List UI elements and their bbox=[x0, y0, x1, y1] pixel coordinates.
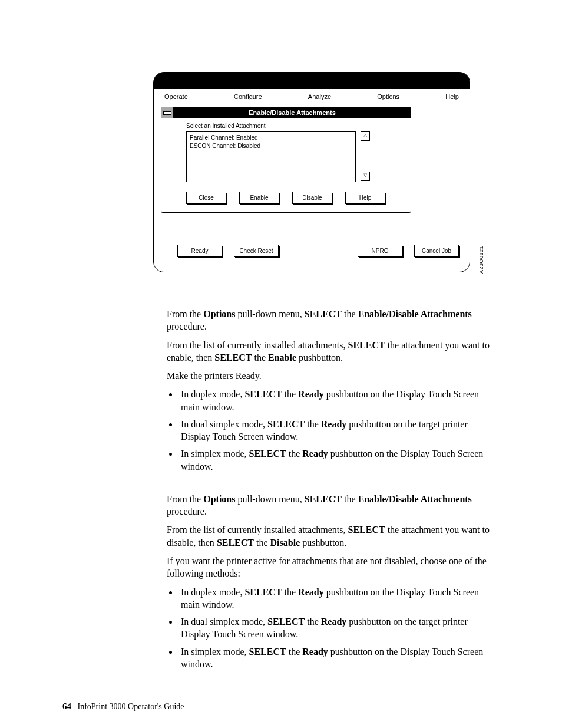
page-number: 64 bbox=[62, 701, 71, 711]
list-item[interactable]: Parallel Channel: Enabled bbox=[190, 134, 258, 141]
text: the bbox=[305, 419, 321, 429]
text: In dual simplex mode, bbox=[181, 419, 267, 429]
system-menu-icon[interactable] bbox=[161, 107, 174, 118]
paragraph: From the list of currently installed att… bbox=[167, 339, 493, 364]
text: In simplex mode, bbox=[181, 449, 249, 459]
text: the bbox=[342, 309, 358, 319]
list-item: In duplex mode, SELECT the Ready pushbut… bbox=[178, 388, 493, 413]
list-item: In simplex mode, SELECT the Ready pushbu… bbox=[178, 447, 493, 473]
bold-text: SELECT bbox=[267, 419, 305, 429]
text: the bbox=[282, 389, 299, 399]
text: pushbutton. bbox=[300, 538, 346, 548]
list-item: In dual simplex mode, SELECT the Ready p… bbox=[178, 615, 493, 641]
menu-analyze[interactable]: Analyze bbox=[308, 93, 331, 100]
page-footer: 64 InfoPrint 3000 Operator's Guide bbox=[62, 701, 184, 711]
scroll-down-icon[interactable]: ▽ bbox=[361, 172, 370, 181]
list-item: In dual simplex mode, SELECT the Ready p… bbox=[178, 418, 493, 443]
text: In dual simplex mode, bbox=[181, 617, 267, 627]
document-body: From the Options pull-down menu, SELECT … bbox=[167, 308, 493, 670]
bold-text: SELECT bbox=[348, 340, 385, 350]
bold-text: SELECT bbox=[305, 309, 342, 319]
text: the bbox=[286, 647, 303, 657]
bold-text: SELECT bbox=[244, 389, 282, 399]
bold-text: SELECT bbox=[249, 449, 286, 459]
attachments-window: Enable/Disable Attachments Select an Ins… bbox=[161, 107, 411, 213]
window-title: Enable/Disable Attachments bbox=[174, 107, 411, 118]
bullet-list: In duplex mode, SELECT the Ready pushbut… bbox=[167, 586, 493, 671]
check-reset-button[interactable]: Check Reset bbox=[234, 245, 279, 257]
bold-text: SELECT bbox=[348, 525, 385, 535]
text: the bbox=[282, 587, 299, 597]
ready-button[interactable]: Ready bbox=[177, 245, 222, 257]
bold-text: Options bbox=[203, 309, 235, 319]
attachment-listbox[interactable]: Parallel Channel: Enabled ESCON Channel:… bbox=[186, 131, 356, 182]
text: From the bbox=[167, 309, 203, 319]
list-item: In duplex mode, SELECT the Ready pushbut… bbox=[178, 586, 493, 611]
text: From the list of currently installed att… bbox=[167, 340, 348, 350]
text: the bbox=[305, 617, 321, 627]
text: procedure. bbox=[167, 321, 207, 331]
menu-operate[interactable]: Operate bbox=[164, 93, 188, 100]
bold-text: Enable bbox=[268, 353, 296, 363]
text: the bbox=[254, 538, 270, 548]
bold-text: SELECT bbox=[267, 617, 305, 627]
bold-text: Enable/Disable Attachments bbox=[358, 494, 471, 504]
disable-button[interactable]: Disable bbox=[292, 192, 332, 204]
bold-text: SELECT bbox=[214, 353, 252, 363]
screenshot-figure: Operate Configure Analyze Options Help E… bbox=[153, 72, 471, 272]
list-item: In simplex mode, SELECT the Ready pushbu… bbox=[178, 645, 493, 671]
npro-button[interactable]: NPRO bbox=[358, 245, 402, 257]
bold-text: SELECT bbox=[249, 647, 286, 657]
text: the bbox=[286, 449, 303, 459]
list-item[interactable]: ESCON Channel: Disabled bbox=[190, 143, 260, 149]
bold-text: SELECT bbox=[305, 494, 342, 504]
bold-text: Ready bbox=[302, 449, 328, 459]
text: pushbutton. bbox=[296, 353, 343, 363]
bold-text: Ready bbox=[302, 647, 328, 657]
bold-text: SELECT bbox=[217, 538, 254, 548]
bold-text: Ready bbox=[321, 617, 347, 627]
bold-text: SELECT bbox=[244, 587, 282, 597]
paragraph: From the Options pull-down menu, SELECT … bbox=[167, 493, 493, 518]
help-button[interactable]: Help bbox=[345, 192, 385, 204]
cancel-job-button[interactable]: Cancel Job bbox=[414, 245, 459, 257]
paragraph: From the list of currently installed att… bbox=[167, 523, 493, 549]
enable-button[interactable]: Enable bbox=[239, 192, 279, 204]
paragraph: From the Options pull-down menu, SELECT … bbox=[167, 308, 493, 333]
text: the bbox=[252, 353, 268, 363]
text: In duplex mode, bbox=[181, 389, 244, 399]
bold-text: Disable bbox=[270, 538, 300, 548]
text: From the list of currently installed att… bbox=[167, 525, 348, 535]
book-title: InfoPrint 3000 Operator's Guide bbox=[78, 702, 184, 711]
text: the bbox=[342, 494, 358, 504]
bold-text: Ready bbox=[298, 389, 324, 399]
menu-help[interactable]: Help bbox=[445, 93, 459, 100]
text: pull-down menu, bbox=[235, 494, 304, 504]
bullet-list: In duplex mode, SELECT the Ready pushbut… bbox=[167, 388, 493, 473]
text: In simplex mode, bbox=[181, 647, 249, 657]
paragraph: Make the printers Ready. bbox=[167, 370, 493, 382]
list-label: Select an Installed Attachment bbox=[186, 123, 399, 129]
close-button[interactable]: Close bbox=[186, 192, 226, 204]
menu-configure[interactable]: Configure bbox=[234, 93, 262, 100]
text: procedure. bbox=[167, 506, 207, 516]
bold-text: Enable/Disable Attachments bbox=[358, 309, 471, 319]
display-touch-screen: Operate Configure Analyze Options Help E… bbox=[153, 72, 470, 272]
text: pull-down menu, bbox=[235, 309, 304, 319]
bold-text: Ready bbox=[321, 419, 347, 429]
paragraph: If you want the printer active for attac… bbox=[167, 555, 493, 580]
text: From the bbox=[167, 494, 203, 504]
menu-options[interactable]: Options bbox=[377, 93, 399, 100]
figure-id-label: A23O0121 bbox=[478, 246, 484, 274]
bold-text: Options bbox=[203, 494, 235, 504]
screen-top-black-bar bbox=[154, 73, 470, 89]
scroll-up-icon[interactable]: △ bbox=[361, 131, 370, 141]
bold-text: Ready bbox=[298, 587, 324, 597]
menubar: Operate Configure Analyze Options Help bbox=[154, 89, 470, 104]
text: In duplex mode, bbox=[181, 587, 244, 597]
